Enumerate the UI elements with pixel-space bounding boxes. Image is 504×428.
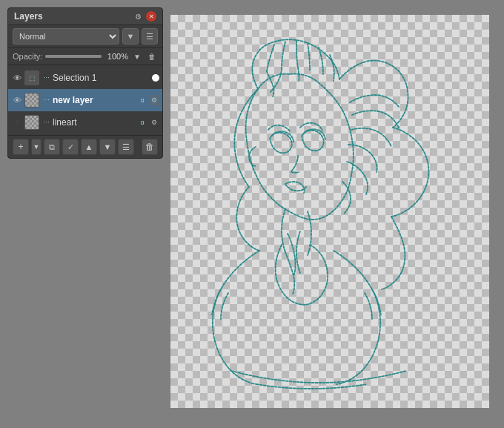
- opacity-delete-button[interactable]: 🗑: [146, 50, 158, 62]
- layer-visibility-toggle-lineart[interactable]: ○: [11, 116, 23, 128]
- layer-actions-new-layer: α ⚙: [137, 95, 159, 105]
- canvas-background: [170, 15, 489, 408]
- layer-settings-lineart[interactable]: ⚙: [149, 117, 159, 128]
- move-layer-up-button[interactable]: ▲: [81, 139, 97, 155]
- layer-visibility-toggle-selection1[interactable]: 👁: [11, 72, 23, 84]
- layer-name-new-layer: new layer: [53, 95, 136, 105]
- layer-settings-new-layer[interactable]: ⚙: [149, 95, 159, 105]
- layer-type-icon-lineart: ⋯: [41, 117, 51, 128]
- layer-alpha-lock-lineart[interactable]: α: [137, 117, 147, 128]
- layer-row-lineart[interactable]: ○ ⋯ lineart α ⚙: [8, 111, 162, 134]
- layer-type-icon-new-layer: ⋯: [41, 95, 51, 105]
- move-layer-down-button[interactable]: ▼: [99, 139, 116, 155]
- filter-options-button[interactable]: ☰: [142, 28, 158, 45]
- layer-visibility-toggle-new-layer[interactable]: 👁: [11, 94, 23, 106]
- opacity-menu-button[interactable]: ▼: [131, 50, 143, 62]
- blend-mode-select[interactable]: Normal Multiply Screen: [13, 28, 119, 45]
- layer-type-icon-selection1: ⋯: [41, 73, 51, 83]
- panel-title-icons: ⚙ ✕: [133, 11, 156, 22]
- merge-down-button[interactable]: ✓: [62, 139, 79, 155]
- canvas-drawing: [170, 15, 489, 408]
- layer-thumbnail-selection1: ⬚: [24, 70, 39, 85]
- layer-actions-lineart: α ⚙: [137, 117, 159, 128]
- layer-row-selection1[interactable]: 👁 ⬚ ⋯ Selection 1: [8, 67, 162, 89]
- layer-name-selection1: Selection 1: [53, 73, 150, 83]
- delete-layer-button[interactable]: 🗑: [142, 139, 158, 155]
- layer-thumbnail-lineart: [24, 115, 39, 130]
- filter-button[interactable]: ▼: [122, 28, 139, 45]
- layer-menu-button[interactable]: ☰: [118, 139, 134, 155]
- layers-list: 👁 ⬚ ⋯ Selection 1 👁 ⋯ new layer α ⚙ ○ ⋯ …: [8, 65, 162, 135]
- panel-toolbar: + ▼ ⧉ ✓ ▲ ▼ ☰ 🗑: [8, 135, 162, 158]
- duplicate-layer-button[interactable]: ⧉: [44, 139, 60, 155]
- layer-indicator-selection1: [152, 74, 159, 82]
- blend-mode-row: Normal Multiply Screen ▼ ☰: [8, 25, 162, 48]
- panel-close-button[interactable]: ✕: [146, 11, 156, 22]
- canvas-area: [170, 15, 489, 408]
- layer-row-new-layer[interactable]: 👁 ⋯ new layer α ⚙: [8, 89, 162, 111]
- panel-title: Layers: [14, 11, 43, 22]
- add-layer-dropdown-button[interactable]: ▼: [31, 139, 42, 155]
- opacity-row: Opacity: 100% ▼ 🗑: [8, 48, 162, 65]
- layer-name-lineart: lineart: [53, 117, 136, 128]
- opacity-slider[interactable]: [45, 55, 102, 58]
- panel-config-icon[interactable]: ⚙: [133, 11, 143, 22]
- opacity-value: 100%: [105, 52, 128, 61]
- panel-title-bar: Layers ⚙ ✕: [8, 8, 162, 25]
- opacity-label: Opacity:: [13, 52, 42, 61]
- layers-panel: Layers ⚙ ✕ Normal Multiply Screen ▼ ☰ Op…: [7, 7, 163, 159]
- layer-alpha-lock-new-layer[interactable]: α: [137, 95, 147, 105]
- add-layer-button[interactable]: +: [13, 139, 29, 155]
- layer-thumbnail-new-layer: [24, 93, 39, 108]
